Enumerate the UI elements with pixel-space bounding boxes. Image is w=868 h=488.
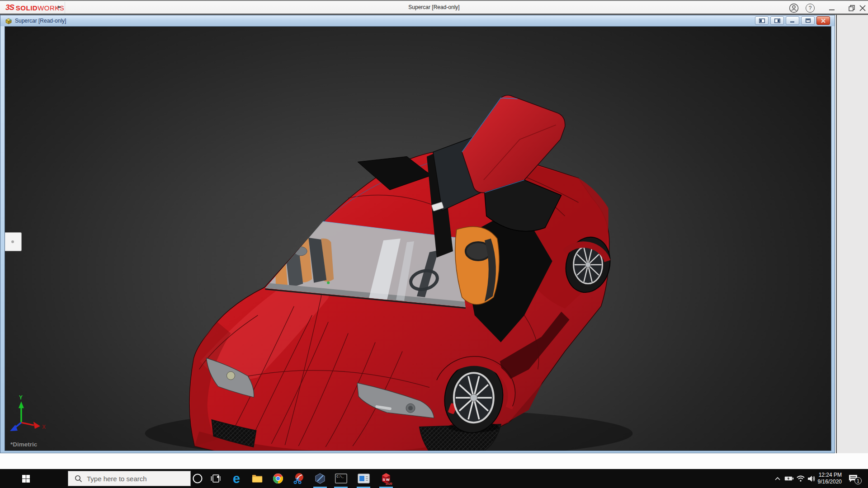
hexagon-app-icon[interactable] xyxy=(310,469,330,488)
document-titlebar[interactable]: Supercar [Read-only] xyxy=(0,15,835,26)
snip-tool-icon[interactable] xyxy=(289,469,309,488)
chrome-icon[interactable] xyxy=(268,469,288,488)
view-orientation-label: *Dimetric xyxy=(10,441,38,448)
battery-icon[interactable] xyxy=(783,469,795,488)
notification-badge: 1 xyxy=(854,477,862,484)
taskbar-search[interactable] xyxy=(68,471,191,486)
close-button[interactable] xyxy=(857,3,868,14)
task-pane-collapsed[interactable] xyxy=(836,15,868,453)
graphics-area[interactable]: Y X *Dimetric xyxy=(5,26,831,451)
supercar-3d-model[interactable]: Y X *Dimetric xyxy=(5,27,831,450)
app-window-title: Supercar [Read-only] xyxy=(0,4,868,10)
toggle-right-pane-button[interactable] xyxy=(770,16,784,25)
svg-text:C:\_: C:\_ xyxy=(336,475,344,479)
document-close-button[interactable] xyxy=(816,16,830,25)
titlebar-separator xyxy=(0,14,868,15)
solidworks-2020-icon[interactable]: S W 2020 xyxy=(376,469,396,488)
search-input[interactable] xyxy=(87,475,182,483)
restore-button[interactable] xyxy=(846,3,857,14)
windows-logo-icon xyxy=(22,475,30,483)
task-view-icon[interactable] xyxy=(206,469,226,488)
start-button[interactable] xyxy=(18,471,33,486)
document-window-controls xyxy=(755,16,830,25)
left-headlight-projector xyxy=(226,371,235,380)
document-title: Supercar [Read-only] xyxy=(15,18,66,24)
right-headlight-lens xyxy=(408,406,413,410)
tray-clock[interactable]: 12:24 PM 9/16/2020 xyxy=(814,472,842,485)
windows-taskbar: e xyxy=(0,469,868,488)
document-minimize-button[interactable] xyxy=(786,16,799,25)
svg-text:S W: S W xyxy=(383,478,390,482)
minimize-button[interactable] xyxy=(826,3,837,14)
wifi-icon[interactable] xyxy=(795,469,807,488)
featuremanager-collapsed-tab[interactable] xyxy=(5,232,22,251)
tray-time: 12:24 PM xyxy=(814,472,842,479)
toggle-left-pane-button[interactable] xyxy=(755,16,769,25)
triad-x-label: X xyxy=(42,424,46,430)
tray-chevron-icon[interactable] xyxy=(771,469,784,488)
file-explorer-icon[interactable] xyxy=(247,469,267,488)
document-window: Supercar [Read-only] xyxy=(0,15,835,453)
featuremanager-tab-dot xyxy=(11,240,14,243)
account-icon[interactable] xyxy=(788,3,799,14)
rear-hub xyxy=(585,262,591,267)
help-icon[interactable]: ? xyxy=(805,3,816,14)
document-restore-button[interactable] xyxy=(801,16,815,25)
media-app-icon[interactable] xyxy=(354,469,373,488)
app-titlebar: 3S SOLIDWORKS ▶ Supercar [Read-only] ? xyxy=(0,0,868,14)
part-document-icon xyxy=(5,17,12,24)
edge-icon[interactable]: e xyxy=(226,469,246,488)
cortana-icon[interactable] xyxy=(188,469,208,488)
front-hub xyxy=(470,394,477,401)
command-prompt-icon[interactable]: C:\_ xyxy=(331,469,351,488)
search-icon xyxy=(75,475,82,483)
orientation-triad: Y X xyxy=(10,394,46,431)
svg-text:2020: 2020 xyxy=(386,482,392,485)
client-area-strip xyxy=(0,453,868,469)
tray-date: 9/16/2020 xyxy=(814,479,842,485)
triad-y-label: Y xyxy=(19,394,23,401)
